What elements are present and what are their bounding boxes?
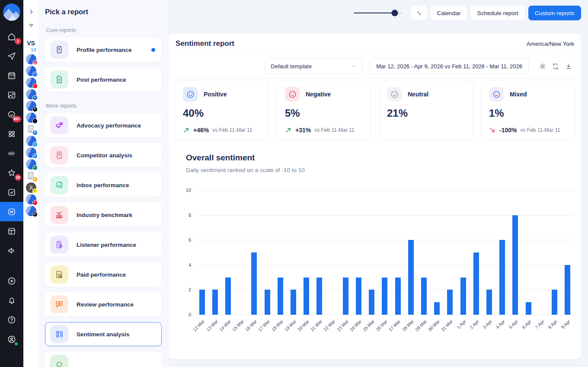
stat-label: Positive — [204, 91, 227, 98]
profile-google-analytics[interactable]: ▮ — [26, 171, 36, 181]
help-icon — [7, 315, 16, 325]
report-item-industry-benchmark[interactable]: Industry benchmark — [45, 203, 162, 227]
chart-bar-12-mar[interactable] — [199, 290, 205, 315]
chart-bar-26-mar[interactable] — [382, 278, 387, 315]
report-item-sentiment-analysis[interactable]: Sentiment analysis — [45, 322, 162, 346]
filter-profiles-button[interactable] — [26, 21, 36, 30]
report-item-inbox-performance[interactable]: Inbox performance — [45, 173, 162, 197]
chart-bar-19-mar[interactable] — [291, 290, 296, 315]
snapchat-badge-icon: S — [32, 188, 38, 194]
profile-google-play[interactable]: ▸ — [26, 159, 36, 169]
profile-youtube[interactable]: ▸ — [26, 77, 36, 88]
chart-bar-24-mar[interactable] — [356, 278, 361, 315]
report-item-review-performance[interactable]: Review performance — [45, 292, 162, 316]
resize-button[interactable] — [411, 6, 427, 20]
report-item-profile-performance[interactable]: Profile performance — [45, 38, 162, 62]
chart-bar-20-mar[interactable] — [304, 278, 309, 315]
chart-bar-9-apr[interactable] — [565, 265, 570, 315]
chart-bar-27-mar[interactable] — [395, 278, 401, 315]
date-range-value: Mar 12, 2026 - Apr 9, 2026 vs Feb 11, 20… — [376, 63, 522, 70]
chart-bar-28-mar[interactable] — [408, 240, 414, 315]
download-button[interactable] — [562, 59, 575, 73]
nav-calendar[interactable] — [0, 66, 23, 85]
chart-bar-4-apr[interactable] — [499, 240, 505, 315]
template-select[interactable]: Default template — [265, 58, 362, 74]
trend-up-icon — [183, 127, 190, 134]
x-axis-label: 2 Apr — [469, 319, 480, 330]
profile-google-business[interactable]: G — [26, 124, 36, 134]
nav-media[interactable] — [0, 85, 23, 105]
bar-slot — [300, 190, 313, 315]
sentiment-stat-cards: Positive40%+46%vs Feb 11-Mar 11Negative5… — [169, 79, 581, 140]
calendar-button[interactable]: Calendar — [431, 6, 467, 20]
chart-bar-14-mar[interactable] — [225, 278, 231, 315]
slider-knob[interactable] — [391, 10, 398, 16]
chart-bar-8-apr[interactable] — [552, 290, 557, 315]
chart-bar-29-mar[interactable] — [421, 278, 427, 315]
profile-instagram[interactable] — [26, 54, 36, 64]
stat-label: Negative — [306, 91, 331, 98]
nav-inbox[interactable]: 99+ — [0, 105, 23, 124]
report-item-advocacy-performance[interactable]: Advocacy performance — [45, 113, 162, 137]
stat-change-row: +31%vs Feb 11-Mar 11 — [285, 126, 363, 134]
nav-account[interactable] — [0, 329, 23, 349]
nav-add[interactable] — [0, 271, 23, 290]
nav-home[interactable]: 1 — [0, 27, 23, 46]
profile-app-store[interactable]: A — [26, 147, 36, 158]
chart-bar-1-apr[interactable] — [460, 278, 466, 315]
phone-stats-icon — [50, 41, 68, 59]
expand-panel-button[interactable] — [26, 7, 36, 16]
report-item-post-performance[interactable]: Post performance — [45, 67, 162, 92]
chart-bar-21-mar[interactable] — [316, 278, 322, 315]
chart-bar-18-mar[interactable] — [278, 278, 283, 315]
slider-track[interactable] — [354, 13, 403, 13]
nav-notifications[interactable] — [0, 290, 23, 310]
profile-x[interactable]: X — [26, 101, 36, 111]
nav-announce[interactable] — [0, 241, 23, 260]
profile-snapchat[interactable]: S — [26, 182, 36, 193]
chart-bar-23-mar[interactable] — [343, 278, 348, 315]
schedule-report-button[interactable]: Schedule report — [470, 6, 524, 20]
chart-bar-13-mar[interactable] — [212, 290, 218, 315]
tiktok-badge-icon: ♪ — [32, 118, 38, 124]
header-slider[interactable] — [354, 6, 403, 20]
announce-icon — [7, 246, 16, 255]
refresh-button[interactable] — [549, 59, 562, 73]
nav-reports[interactable] — [0, 202, 23, 221]
report-item-listener-performance[interactable]: Listener performance — [45, 233, 162, 257]
stat-change-row: -100%vs Feb 11-Mar 11 — [489, 126, 567, 134]
profile-facebook[interactable]: f — [26, 66, 36, 76]
date-range-picker[interactable]: Mar 12, 2026 - Apr 9, 2026 vs Feb 11, 20… — [370, 58, 529, 74]
chart-bar-2-apr[interactable] — [473, 252, 479, 315]
chart-bar-30-mar[interactable] — [434, 302, 440, 315]
profile-twitter[interactable]: t — [26, 136, 36, 146]
nav-send[interactable] — [0, 46, 23, 66]
profile-tiktok[interactable]: ♪ — [26, 112, 36, 123]
nav-help[interactable] — [0, 310, 23, 329]
custom-reports-button[interactable]: Custom reports — [528, 6, 581, 20]
chart-bar-17-mar[interactable] — [265, 290, 270, 315]
chart-bar-31-mar[interactable] — [447, 290, 453, 315]
chart-bar-16-mar[interactable] — [251, 252, 257, 315]
nav-audio[interactable] — [0, 144, 23, 163]
report-item-leaf[interactable] — [45, 352, 162, 367]
nav-dashboard[interactable] — [0, 221, 23, 241]
report-item-label: Competitor analysis — [77, 152, 132, 159]
chart-bar-3-apr[interactable] — [486, 290, 492, 315]
media-icon — [7, 90, 16, 100]
vista-social-logo[interactable] — [3, 3, 20, 21]
nav-tasks[interactable] — [0, 182, 23, 202]
chart-bar-25-mar[interactable] — [369, 290, 374, 315]
face-frown-icon — [285, 87, 300, 102]
profile-linkedin[interactable]: in — [26, 89, 36, 99]
y-tick-label: 10 — [186, 188, 191, 193]
nav-reviews[interactable]: 19 — [0, 163, 23, 182]
chart-bar-6-apr[interactable] — [526, 302, 531, 315]
nav-listening[interactable] — [0, 124, 23, 144]
report-item-paid-performance[interactable]: Paid performance — [45, 262, 162, 287]
settings-button[interactable] — [536, 59, 549, 73]
profile-threads[interactable]: @ — [26, 206, 36, 216]
chart-bar-5-apr[interactable] — [512, 215, 518, 315]
report-item-competitor-analysis[interactable]: Competitor analysis — [45, 143, 162, 167]
profile-pinterest[interactable]: P — [26, 194, 36, 204]
